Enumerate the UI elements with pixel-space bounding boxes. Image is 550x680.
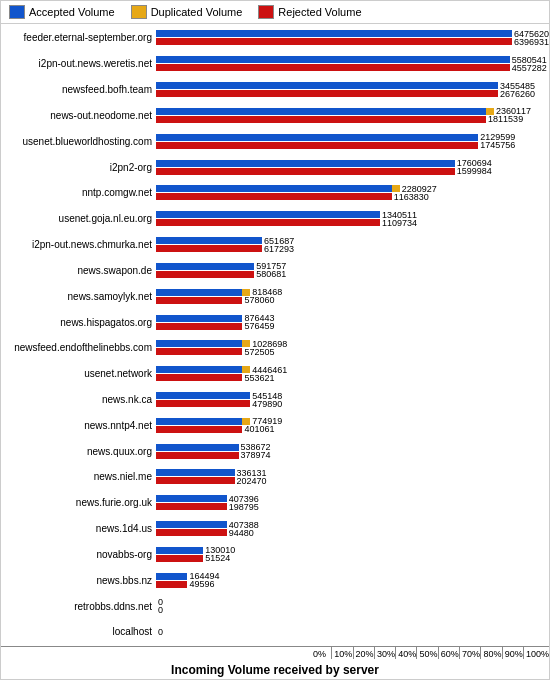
bar-line-rejected: 1109734 xyxy=(156,219,549,226)
bar-segment-rejected xyxy=(156,116,409,123)
bar-line-accepted: 774919 xyxy=(156,418,549,425)
table-row: news.furie.org.uk407396198795 xyxy=(1,494,549,512)
bar-value-bot: 1109734 xyxy=(382,218,417,228)
bar-segment-rejected-2 xyxy=(257,245,263,252)
bar-line-accepted: 407396 xyxy=(156,495,549,502)
bar-value-bot: 2676260 xyxy=(500,89,535,99)
bar-segment-rejected xyxy=(156,529,172,536)
bar-line-accepted: 651687 xyxy=(156,237,549,244)
server-label: news.hispagatos.org xyxy=(1,317,156,328)
bar-line-accepted: 0 xyxy=(156,628,549,635)
server-label: news.nntp4.net xyxy=(1,420,156,431)
bar-line-rejected: 1163830 xyxy=(156,193,549,200)
bar-line-accepted: 818468 xyxy=(156,289,549,296)
bar-value-bot: 1599984 xyxy=(457,166,492,176)
bar-line-rejected: 553621 xyxy=(156,374,549,381)
bar-line-rejected: 1599984 xyxy=(156,168,549,175)
bar-value-bot: 553621 xyxy=(244,373,274,383)
server-label: i2pn-out.news.weretis.net xyxy=(1,58,156,69)
server-label: novabbs-org xyxy=(1,549,156,560)
legend-label-duplicated: Duplicated Volume xyxy=(151,6,243,18)
table-row: feeder.eternal-september.org647562063969… xyxy=(1,29,549,47)
bar-segment-rejected xyxy=(156,452,214,459)
bar-area: 545148479890 xyxy=(156,391,549,409)
bar-segment-rejected-2 xyxy=(217,297,242,304)
bar-line-accepted: 2280927 xyxy=(156,185,549,192)
bar-segment-accepted xyxy=(156,315,242,322)
bar-segment-rejected-2 xyxy=(409,116,486,123)
bar-segment-accepted xyxy=(156,573,187,580)
bar-segment-accepted xyxy=(156,469,235,476)
bar-segment-rejected xyxy=(156,193,276,200)
bar-segment-accepted xyxy=(156,521,227,528)
bar-line-rejected: 1811539 xyxy=(156,116,549,123)
bar-segment-rejected-2 xyxy=(427,168,454,175)
server-label: i2pn-out.news.chmurka.net xyxy=(1,239,156,250)
table-row: usenet.goja.nl.eu.org13405111109734 xyxy=(1,210,549,228)
table-row: usenet.network4446461553621 xyxy=(1,365,549,383)
bar-segment-rejected xyxy=(156,297,217,304)
bar-line-accepted: 1028698 xyxy=(156,340,549,347)
server-label: news.furie.org.uk xyxy=(1,497,156,508)
server-label: feeder.eternal-september.org xyxy=(1,32,156,43)
bar-area: 538672378974 xyxy=(156,442,549,460)
table-row: localhost0 xyxy=(1,623,549,641)
bar-segment-accepted xyxy=(156,56,510,63)
bar-segment-rejected-2 xyxy=(201,426,243,433)
bar-line-rejected: 0 xyxy=(156,607,549,614)
bar-line-accepted: 591757 xyxy=(156,263,549,270)
bar-segment-rejected xyxy=(156,555,175,562)
bar-segment-rejected-2 xyxy=(214,452,238,459)
bar-line-accepted: 164494 xyxy=(156,573,549,580)
legend-color-duplicated xyxy=(131,5,147,19)
bar-line-rejected: 2676260 xyxy=(156,90,549,97)
legend-item-accepted: Accepted Volume xyxy=(9,5,115,19)
x-axis-label: 10% xyxy=(331,647,352,659)
bar-segment-accepted xyxy=(156,185,392,192)
table-row: news.1d4.us40738894480 xyxy=(1,520,549,538)
bar-segment-accepted xyxy=(156,340,242,347)
legend-item-rejected: Rejected Volume xyxy=(258,5,361,19)
bar-value-bot: 4557282 xyxy=(512,63,547,73)
bar-segment-rejected xyxy=(156,219,341,226)
bar-value-bot: 1163830 xyxy=(394,192,429,202)
bar-segment-rejected xyxy=(156,64,445,71)
table-row: news.nk.ca545148479890 xyxy=(1,391,549,409)
table-row: retrobbs.ddns.net00 xyxy=(1,597,549,615)
bar-segment-rejected xyxy=(156,426,201,433)
bar-segment-accepted xyxy=(156,82,498,89)
x-axis-label: 0% xyxy=(311,647,331,659)
bar-line-rejected: 617293 xyxy=(156,245,549,252)
bar-value-bot: 617293 xyxy=(264,244,294,254)
bar-segment-rejected-2 xyxy=(191,503,227,510)
bar-segment-rejected-2 xyxy=(421,90,498,97)
bar-line-rejected: 51524 xyxy=(156,555,549,562)
bar-value-bot: 572505 xyxy=(244,347,274,357)
bar-value-bot: 479890 xyxy=(252,399,282,409)
bar-area: 774919401061 xyxy=(156,416,549,434)
table-row: news.hispagatos.org876443576459 xyxy=(1,313,549,331)
bar-segment-rejected xyxy=(156,142,420,149)
bar-segment-rejected xyxy=(156,400,239,407)
bar-value-bot: 580681 xyxy=(256,269,286,279)
server-label: nntp.comgw.net xyxy=(1,187,156,198)
bar-line-accepted: 876443 xyxy=(156,315,549,322)
bar-line-accepted: 545148 xyxy=(156,392,549,399)
bar-line-rejected: 378974 xyxy=(156,452,549,459)
bar-line-accepted: 4446461 xyxy=(156,366,549,373)
bar-line-rejected: 576459 xyxy=(156,323,549,330)
bar-area: 13001051524 xyxy=(156,545,549,563)
bar-value-bot: 51524 xyxy=(205,553,230,563)
bar-value-bot: 49596 xyxy=(189,579,214,589)
bar-area: 55805414557282 xyxy=(156,55,549,73)
server-label: news.niel.me xyxy=(1,471,156,482)
bar-segment-accepted xyxy=(156,160,455,167)
bar-area: 22809271163830 xyxy=(156,184,549,202)
bar-segment-accepted xyxy=(156,495,227,502)
bar-line-rejected: 49596 xyxy=(156,581,549,588)
bar-segment-rejected xyxy=(156,271,252,278)
x-axis-title: Incoming Volume received by server xyxy=(1,659,549,679)
bar-segment-rejected-2 xyxy=(175,555,203,562)
bar-line-accepted: 3455485 xyxy=(156,82,549,89)
server-label: usenet.goja.nl.eu.org xyxy=(1,213,156,224)
